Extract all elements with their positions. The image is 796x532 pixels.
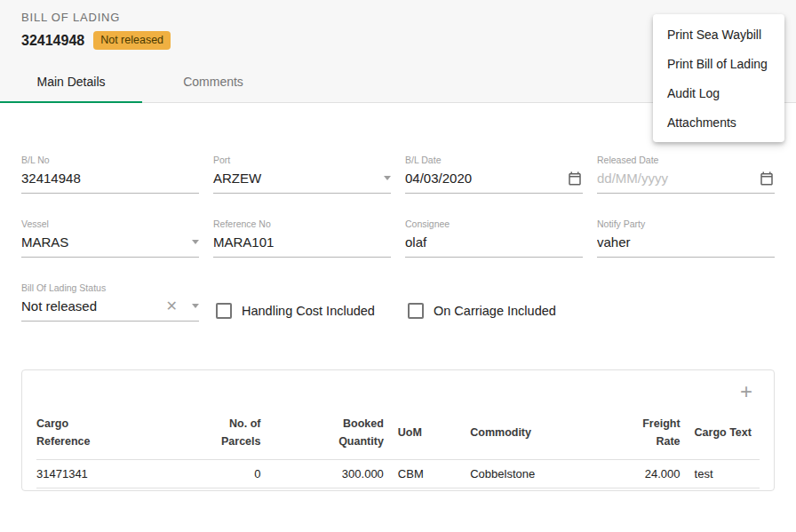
cargo-table: Cargo Reference No. of Parcels Booked Qu…	[36, 409, 760, 488]
field-reference-no: Reference No	[213, 218, 391, 258]
cell-cargo-text: test	[688, 460, 760, 488]
col-header-booked-quantity: Booked Quantity	[267, 409, 390, 460]
col-header-no-of-parcels: No. of Parcels	[195, 409, 267, 460]
bl-no-label: B/L No	[21, 155, 199, 165]
menu-item-attachments[interactable]: Attachments	[653, 107, 784, 137]
released-date-label: Released Date	[597, 155, 775, 165]
form-row-2: Vessel MARAS Reference No Consignee Noti…	[21, 218, 775, 258]
vessel-label: Vessel	[21, 218, 199, 229]
table-row[interactable]: 31471341 0 300.000 CBM Cobbelstone 24.00…	[36, 460, 760, 488]
col-header-cargo-text: Cargo Text	[688, 409, 760, 460]
field-vessel: Vessel MARAS	[21, 218, 199, 258]
cell-cargo-reference: 31471341	[36, 460, 195, 488]
reference-no-label: Reference No	[213, 218, 391, 229]
port-select[interactable]: ARZEW	[213, 170, 391, 194]
chevron-down-icon	[192, 240, 199, 244]
calendar-icon[interactable]	[567, 171, 583, 187]
field-released-date: Released Date	[597, 155, 775, 194]
consignee-label: Consignee	[405, 218, 583, 229]
calendar-icon[interactable]	[759, 171, 775, 187]
bl-no-input[interactable]	[21, 171, 199, 186]
bl-date-input[interactable]	[405, 171, 561, 186]
add-cargo-button[interactable]: +	[736, 377, 756, 406]
bl-status-value: Not released	[21, 298, 166, 314]
released-date-input[interactable]	[597, 171, 753, 186]
clear-icon[interactable]: ✕	[166, 299, 178, 314]
col-header-freight-rate: Freight Rate	[601, 409, 688, 460]
checkbox[interactable]	[216, 303, 232, 319]
actions-menu: Print Sea Waybill Print Bill of Lading A…	[653, 14, 784, 142]
reference-no-input[interactable]	[213, 234, 391, 250]
cell-booked-quantity: 300.000	[267, 460, 390, 488]
field-bl-status: Bill Of Lading Status Not released ✕	[21, 282, 199, 322]
cargo-card: + Cargo Reference No. of Parcels Booked …	[21, 369, 775, 491]
handling-cost-label: Handling Cost Included	[242, 304, 375, 318]
field-port: Port ARZEW	[213, 155, 391, 194]
vessel-select[interactable]: MARAS	[21, 234, 199, 258]
port-value: ARZEW	[213, 171, 378, 186]
menu-item-audit-log[interactable]: Audit Log	[653, 78, 784, 107]
field-bl-date: B/L Date	[405, 155, 583, 194]
tab-main-details[interactable]: Main Details	[0, 62, 142, 102]
col-header-commodity: Commodity	[463, 409, 601, 460]
bl-date-label: B/L Date	[405, 155, 583, 165]
checkbox[interactable]	[408, 303, 424, 319]
field-notify-party: Notify Party	[597, 218, 775, 258]
col-header-uom: UoM	[391, 409, 463, 460]
chevron-down-icon	[192, 304, 199, 308]
on-carriage-checkbox[interactable]: On Carriage Included	[405, 300, 583, 322]
bl-status-select[interactable]: Not released ✕	[21, 298, 199, 322]
consignee-input[interactable]	[405, 234, 583, 250]
field-consignee: Consignee	[405, 218, 583, 258]
notify-party-label: Notify Party	[597, 218, 775, 229]
col-header-cargo-reference: Cargo Reference	[36, 409, 195, 460]
form-row-3: Bill Of Lading Status Not released ✕ Han…	[21, 282, 775, 322]
menu-item-print-sea-waybill[interactable]: Print Sea Waybill	[653, 20, 784, 49]
cell-uom: CBM	[391, 460, 463, 488]
chevron-down-icon	[384, 176, 391, 180]
cell-no-of-parcels: 0	[195, 460, 267, 488]
on-carriage-label: On Carriage Included	[434, 304, 556, 318]
port-label: Port	[213, 155, 391, 165]
bl-status-label: Bill Of Lading Status	[21, 282, 199, 293]
tab-comments[interactable]: Comments	[142, 62, 284, 102]
menu-item-print-bill-of-lading[interactable]: Print Bill of Lading	[653, 49, 784, 78]
cell-freight-rate: 24.000	[601, 460, 688, 488]
vessel-value: MARAS	[21, 234, 187, 250]
form-row-1: B/L No Port ARZEW B/L Date Released Date	[21, 155, 775, 194]
notify-party-input[interactable]	[597, 234, 775, 250]
handling-cost-checkbox[interactable]: Handling Cost Included	[213, 300, 391, 322]
cell-commodity: Cobbelstone	[463, 460, 601, 488]
bl-number: 32414948	[21, 33, 84, 49]
status-badge: Not released	[93, 31, 171, 50]
field-bl-no: B/L No	[21, 155, 199, 194]
